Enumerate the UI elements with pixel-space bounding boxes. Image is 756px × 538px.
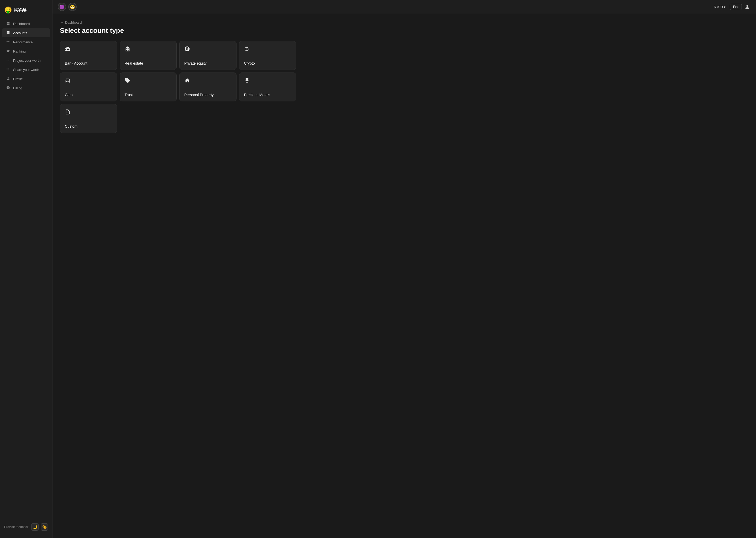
sidebar-label-share: Share your worth bbox=[13, 68, 39, 72]
wave-icon bbox=[6, 40, 11, 44]
sidebar-item-project[interactable]: Project your worth bbox=[2, 56, 50, 65]
account-type-grid: Bank AccountReal estatePrivate equityCry… bbox=[60, 41, 296, 133]
accounts-icon bbox=[6, 31, 11, 35]
building-icon bbox=[125, 46, 172, 53]
main-content: 🟣 😁 $USD ▾ Pro ← Dashboard Select accoun… bbox=[53, 0, 756, 538]
app-logo[interactable]: 🤑 K¥W bbox=[0, 4, 52, 19]
grid2-icon bbox=[6, 58, 11, 63]
avatar-purple[interactable]: 🟣 bbox=[58, 3, 66, 11]
account-card-label-crypto: Crypto bbox=[244, 61, 291, 65]
sidebar-label-profile: Profile bbox=[13, 77, 23, 81]
avatar-emoji[interactable]: 😁 bbox=[68, 3, 77, 11]
dark-mode-button[interactable]: 🌙 bbox=[31, 523, 39, 531]
sidebar-item-performance[interactable]: Performance bbox=[2, 37, 50, 46]
dollar-circle-icon bbox=[184, 46, 231, 53]
sidebar-label-dashboard: Dashboard bbox=[13, 22, 30, 26]
currency-label: $USD bbox=[714, 5, 723, 9]
currency-chevron-icon: ▾ bbox=[724, 5, 726, 9]
page-title: Select account type bbox=[60, 27, 749, 35]
user-profile-button[interactable] bbox=[744, 3, 751, 10]
sidebar-item-accounts[interactable]: Accounts bbox=[2, 28, 50, 37]
person-icon bbox=[745, 4, 750, 9]
page-content: ← Dashboard Select account type Bank Acc… bbox=[53, 14, 756, 538]
account-card-label-trust: Trust bbox=[125, 93, 172, 97]
tag-icon bbox=[125, 78, 172, 84]
sidebar-label-ranking: Ranking bbox=[13, 49, 26, 53]
sidebar-item-billing[interactable]: Billing bbox=[2, 83, 50, 92]
sidebar-label-billing: Billing bbox=[13, 86, 22, 90]
person-icon bbox=[6, 77, 11, 81]
account-card-label-personal-property: Personal Property bbox=[184, 93, 231, 97]
topbar-right: $USD ▾ Pro bbox=[712, 3, 751, 10]
breadcrumb: ← Dashboard bbox=[60, 20, 749, 25]
sidebar-item-dashboard[interactable]: Dashboard bbox=[2, 19, 50, 28]
back-arrow-icon: ← bbox=[60, 20, 64, 25]
grid-icon bbox=[6, 22, 11, 26]
star-icon bbox=[6, 49, 11, 53]
account-card-label-custom: Custom bbox=[65, 124, 112, 129]
bank-icon bbox=[65, 46, 112, 53]
account-card-personal-property[interactable]: Personal Property bbox=[179, 73, 237, 101]
feedback-label: Provide feedback bbox=[4, 525, 29, 529]
account-card-label-private-equity: Private equity bbox=[184, 61, 231, 65]
sidebar-label-project: Project your worth bbox=[13, 59, 41, 63]
topbar: 🟣 😁 $USD ▾ Pro bbox=[53, 0, 756, 14]
account-card-custom[interactable]: Custom bbox=[60, 104, 117, 133]
light-mode-button[interactable]: ☀️ bbox=[41, 523, 48, 531]
sidebar-bottom: Provide feedback 🌙 ☀️ bbox=[0, 520, 52, 534]
account-card-label-bank: Bank Account bbox=[65, 61, 112, 65]
account-card-crypto[interactable]: Crypto bbox=[239, 41, 296, 70]
sidebar-nav: DashboardAccountsPerformanceRankingProje… bbox=[0, 19, 52, 93]
account-card-private-equity[interactable]: Private equity bbox=[179, 41, 237, 70]
car-icon bbox=[65, 78, 112, 84]
sidebar-label-accounts: Accounts bbox=[13, 31, 27, 35]
breadcrumb-text: Dashboard bbox=[65, 21, 82, 25]
sidebar-item-profile[interactable]: Profile bbox=[2, 74, 50, 83]
account-card-bank[interactable]: Bank Account bbox=[60, 41, 117, 70]
account-card-label-cars: Cars bbox=[65, 93, 112, 97]
sidebar-item-share[interactable]: Share your worth bbox=[2, 65, 50, 74]
sidebar-item-ranking[interactable]: Ranking bbox=[2, 47, 50, 56]
logo-emoji: 🤑 bbox=[4, 6, 12, 14]
custom-icon bbox=[65, 109, 112, 116]
account-card-real-estate[interactable]: Real estate bbox=[120, 41, 177, 70]
account-card-label-precious-metals: Precious Metals bbox=[244, 93, 291, 97]
dollar-icon bbox=[6, 86, 11, 90]
pro-button[interactable]: Pro bbox=[730, 4, 742, 10]
account-card-cars[interactable]: Cars bbox=[60, 73, 117, 101]
sidebar: 🤑 K¥W DashboardAccountsPerformanceRankin… bbox=[0, 0, 53, 538]
sidebar-label-performance: Performance bbox=[13, 40, 32, 44]
grid2-icon bbox=[6, 68, 11, 72]
currency-selector[interactable]: $USD ▾ bbox=[712, 4, 728, 10]
home-icon bbox=[184, 78, 231, 84]
logo-text: K¥W bbox=[14, 7, 26, 13]
account-card-precious-metals[interactable]: Precious Metals bbox=[239, 73, 296, 101]
account-card-label-real-estate: Real estate bbox=[125, 61, 172, 65]
bitcoin-icon bbox=[244, 46, 291, 53]
account-card-trust[interactable]: Trust bbox=[120, 73, 177, 101]
trophy-icon bbox=[244, 78, 291, 84]
